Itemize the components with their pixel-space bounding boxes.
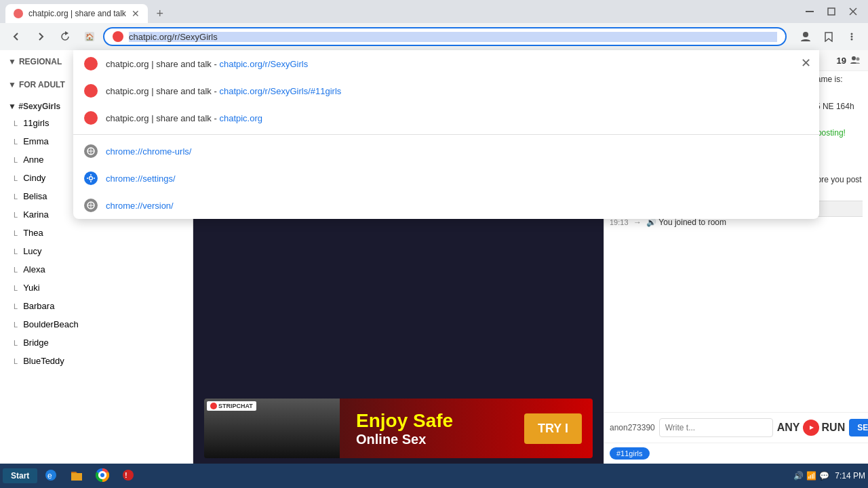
svg-point-12 <box>90 177 93 180</box>
reload-button[interactable] <box>54 26 76 47</box>
sidebar-item-lucy[interactable]: L Lucy <box>0 242 193 260</box>
chevron-down-icon-2: ▼ <box>8 80 16 89</box>
svg-point-8 <box>851 39 853 41</box>
ad-image: STRIPCHAT <box>204 399 340 458</box>
sidebar-item-blueteddy[interactable]: L BlueTeddy <box>0 352 193 370</box>
window-controls <box>800 2 863 21</box>
ad-banner[interactable]: STRIPCHAT Enjoy Safe Online Sex TRY I <box>204 399 593 458</box>
dropdown-divider <box>73 134 819 135</box>
list-icon-blueteddy: L <box>14 357 18 365</box>
tab-bar: chatpic.org | share and talk ✕ + <box>5 0 170 23</box>
taskbar-ie-icon[interactable]: e <box>39 466 63 487</box>
sidebar-item-yuki[interactable]: L Yuki <box>0 279 193 297</box>
chevron-down-icon: ▼ <box>8 57 16 66</box>
svg-point-5 <box>803 32 808 37</box>
ad-cta-button[interactable]: TRY I <box>524 413 582 444</box>
back-button[interactable] <box>5 26 27 47</box>
dropdown-item-4[interactable]: chrome://settings/ <box>73 165 819 192</box>
menu-button[interactable] <box>841 26 863 47</box>
list-icon-barbara: L <box>14 302 18 310</box>
maximize-button[interactable] <box>822 2 841 21</box>
speaker-icon-join: 🔊 <box>646 218 656 227</box>
sidebar-item-label-boulderbeach: BoulderBeach <box>23 319 184 329</box>
sidebar-item-boulderbeach[interactable]: L BoulderBeach <box>0 315 193 333</box>
svg-point-6 <box>851 33 853 35</box>
address-input[interactable] <box>129 32 777 42</box>
svg-marker-18 <box>810 426 814 430</box>
chat-send-button[interactable]: SEND <box>849 419 868 436</box>
home-button[interactable]: 🏠 <box>79 26 100 47</box>
chat-input-area: anon273390 ANY RUN SEND <box>604 412 868 443</box>
title-bar: chatpic.org | share and talk ✕ + <box>0 0 868 23</box>
room-tag[interactable]: #11girls <box>610 447 650 460</box>
forward-button[interactable] <box>30 26 52 47</box>
dropdown-item-5[interactable]: chrome://version/ <box>73 192 819 219</box>
new-tab-button[interactable]: + <box>151 4 170 23</box>
account-button[interactable] <box>795 26 816 47</box>
dropdown-text-2: chatpic.org | share and talk - chatpic.o… <box>106 113 262 123</box>
ad-text: Enjoy Safe Online Sex <box>340 399 524 458</box>
sidebar-item-label-bridge: Bridge <box>23 338 184 348</box>
dropdown-close-button[interactable]: ✕ <box>801 56 811 70</box>
list-icon-lucy: L <box>14 247 18 256</box>
ad-headline-part1: Enjoy <box>356 410 413 431</box>
svg-point-7 <box>851 36 853 38</box>
chat-input[interactable] <box>659 418 773 437</box>
ad-container: STRIPCHAT Enjoy Safe Online Sex TRY I <box>193 399 604 464</box>
msg-time-join: 19:13 <box>610 218 629 226</box>
member-count: 19 <box>837 56 846 66</box>
anyrun-logo: ANY RUN <box>777 420 845 436</box>
nav-bar: 🏠 <box>0 23 868 50</box>
ad-brand: STRIPCHAT <box>218 403 253 409</box>
dropdown-favicon-1 <box>84 84 98 98</box>
start-button[interactable]: Start <box>3 468 37 483</box>
dropdown-favicon-0 <box>84 57 98 70</box>
dropdown-item-2[interactable]: chatpic.org | share and talk - chatpic.o… <box>73 104 819 131</box>
dropdown-text-3: chrome://chrome-urls/ <box>106 146 191 157</box>
list-icon-cindy: L <box>14 174 18 182</box>
sidebar-item-label-alexa: Alexa <box>23 264 184 274</box>
taskbar-folder-icon[interactable] <box>64 466 89 487</box>
ad-headline-highlight: Safe <box>413 410 453 431</box>
sidebar-item-bridge[interactable]: L Bridge <box>0 333 193 352</box>
close-window-button[interactable] <box>844 2 863 21</box>
dropdown-item-1[interactable]: chatpic.org | share and talk - chatpic.o… <box>73 77 819 104</box>
taskbar-time: 7:14 PM <box>835 471 865 481</box>
sidebar-item-label-blueteddy: BlueTeddy <box>23 356 184 366</box>
sidebar-item-thea[interactable]: L Thea <box>0 224 193 242</box>
sidebar-item-label-lucy: Lucy <box>23 246 184 256</box>
sidebar-adult-label: FOR ADULT <box>19 80 65 89</box>
tab-close-button[interactable]: ✕ <box>132 8 140 19</box>
network-tray-icon: 📶 <box>806 471 816 481</box>
svg-text:!: ! <box>125 471 127 479</box>
list-icon-bridge: L <box>14 339 18 347</box>
list-icon-emma: L <box>14 138 18 146</box>
ad-headline: Enjoy Safe <box>356 410 508 432</box>
sidebar-item-label-yuki: Yuki <box>23 283 184 293</box>
list-icon-boulderbeach: L <box>14 321 18 329</box>
sidebar-item-alexa[interactable]: L Alexa <box>0 260 193 279</box>
taskbar-chrome-icon[interactable] <box>90 466 115 487</box>
minimize-button[interactable] <box>800 2 819 21</box>
notification-tray-icon: 💬 <box>819 471 829 481</box>
bookmark-button[interactable] <box>818 26 840 47</box>
taskbar-tray-icons: 🔊 📶 💬 <box>793 471 829 481</box>
dropdown-text-0: chatpic.org | share and talk - chatpic.o… <box>106 59 308 69</box>
dropdown-text-1: chatpic.org | share and talk - chatpic.o… <box>106 86 341 96</box>
sidebar-item-barbara[interactable]: L Barbara <box>0 297 193 315</box>
svg-point-17 <box>856 58 860 61</box>
list-icon-yuki: L <box>14 284 18 292</box>
sidebar-regional-label: REGIONAL <box>19 57 62 66</box>
ad-subline: Online Sex <box>356 432 508 447</box>
room-tag-bar: #11girls <box>604 443 868 464</box>
list-icon-anne: L <box>14 156 18 164</box>
dropdown-item-0[interactable]: chatpic.org | share and talk - chatpic.o… <box>73 50 819 77</box>
taskbar-security-icon[interactable]: ! <box>116 466 140 487</box>
dropdown-item-3[interactable]: chrome://chrome-urls/ <box>73 138 819 165</box>
taskbar-right: 🔊 📶 💬 7:14 PM <box>793 471 865 481</box>
list-icon-karina: L <box>14 211 18 219</box>
dropdown-text-4: chrome://settings/ <box>106 174 176 184</box>
list-icon-belisa: L <box>14 192 18 201</box>
browser-tab[interactable]: chatpic.org | share and talk ✕ <box>5 4 148 23</box>
address-bar[interactable] <box>103 27 787 46</box>
